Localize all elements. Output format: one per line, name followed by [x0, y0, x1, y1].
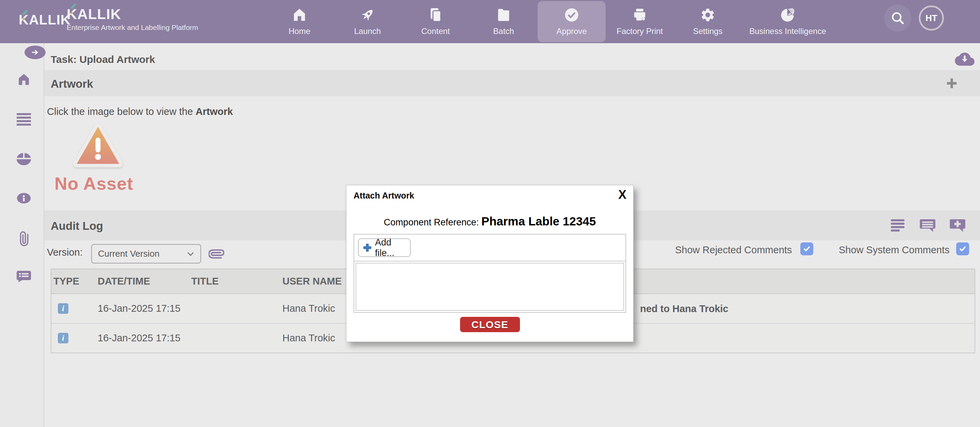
close-button[interactable]: CLOSE [460, 317, 520, 332]
chevron-down-icon [186, 249, 195, 259]
no-asset-placeholder[interactable]: No Asset [54, 121, 150, 194]
main-nav: Home Launch Content Batch Approve Factor… [266, 0, 834, 43]
attach-artwork-dialog: Attach Artwork X Component Reference: Ph… [346, 185, 633, 342]
nav-item-factory-print[interactable]: Factory Print [606, 0, 674, 43]
nav-item-business-intelligence[interactable]: Business Intelligence [742, 0, 834, 43]
cell-datetime: 16-Jan-2025 17:15 [95, 332, 189, 344]
comment-plus-icon [950, 217, 966, 233]
artwork-section-header: Artwork [44, 70, 980, 96]
artwork-instruction: Click the image below to view the Artwor… [47, 106, 233, 117]
documents-icon [428, 7, 443, 23]
sidebar-item-attachments[interactable] [17, 230, 31, 247]
add-artwork-button[interactable] [945, 76, 959, 90]
brand-logo-small: KALLIK [19, 12, 71, 27]
nav-item-approve[interactable]: Approve [538, 1, 606, 42]
home-icon [292, 7, 307, 23]
page-title: Task: Upload Artwork [51, 54, 155, 65]
artwork-section-title: Artwork [51, 78, 93, 90]
file-upload-toolbar: Add file... [354, 235, 625, 262]
user-avatar[interactable]: HT [919, 5, 944, 30]
left-sidebar [0, 43, 44, 427]
add-file-button[interactable]: Add file... [358, 238, 411, 257]
sidebar-item-comments[interactable] [16, 269, 32, 284]
folder-icon [496, 7, 511, 23]
gear-icon [700, 7, 716, 23]
add-comment-button[interactable] [950, 217, 966, 233]
column-header-type[interactable]: TYPE [51, 276, 95, 287]
no-asset-label: No Asset [54, 173, 150, 194]
file-list-area [356, 263, 624, 311]
show-rejected-comments-label: Show Rejected Comments [675, 244, 792, 256]
description-fragment: ned to Hana Trokic [640, 303, 728, 314]
nav-item-batch[interactable]: Batch [469, 0, 538, 43]
version-label: Version: [47, 247, 83, 258]
show-system-comments-label: Show System Comments [839, 244, 950, 256]
cloud-download-icon [955, 51, 975, 67]
cell-datetime: 16-Jan-2025 17:15 [95, 303, 189, 314]
arrow-right-icon [30, 48, 40, 57]
nav-item-home[interactable]: Home [266, 0, 334, 43]
plus-icon [945, 76, 959, 90]
brand-logo-large: KALLIK Enterprise Artwork and Labelling … [67, 6, 198, 32]
column-header-title[interactable]: TITLE [189, 276, 280, 287]
version-attachment-button[interactable] [208, 246, 224, 262]
comment-icon [16, 269, 32, 284]
show-rejected-comments-checkbox[interactable] [800, 242, 813, 255]
sidebar-item-segments[interactable] [15, 151, 33, 167]
sidebar-item-menu[interactable] [16, 112, 32, 126]
pie-chart-icon [780, 7, 795, 23]
component-reference: Component Reference: Pharma Lable 12345 [347, 214, 633, 228]
menu-lines-icon [16, 112, 32, 126]
brand-tagline: Enterprise Artwork and Labelling Platfor… [67, 24, 198, 32]
file-upload-area: Add file... [353, 234, 626, 313]
audit-log-title: Audit Log [51, 220, 103, 233]
info-icon: i [58, 303, 68, 314]
paperclip-icon [208, 246, 224, 262]
search-button[interactable] [884, 5, 911, 32]
version-select[interactable]: Current Version [91, 244, 201, 264]
paperclip-icon [17, 230, 31, 247]
close-icon[interactable]: X [618, 187, 627, 202]
sidebar-expand-button[interactable] [24, 46, 46, 59]
view-comments-button[interactable] [920, 217, 936, 233]
nav-item-content[interactable]: Content [401, 0, 469, 43]
download-button[interactable] [955, 51, 975, 67]
info-icon: i [58, 333, 68, 343]
sidebar-item-info[interactable] [14, 191, 33, 205]
align-lines-icon [889, 217, 906, 233]
nav-item-settings[interactable]: Settings [674, 0, 742, 43]
column-header-datetime[interactable]: DATE/TIME [95, 276, 189, 287]
top-header: KALLIK KALLIK Enterprise Artwork and Lab… [0, 0, 980, 43]
show-system-comments-checkbox[interactable] [956, 242, 969, 255]
check-circle-icon [564, 7, 579, 23]
component-reference-value: Pharma Lable 12345 [482, 214, 596, 228]
check-icon [958, 244, 967, 253]
kallik-app: KALLIK KALLIK Enterprise Artwork and Lab… [0, 0, 980, 427]
home-icon [16, 72, 31, 87]
pie-icon [15, 151, 33, 167]
search-icon [890, 11, 905, 25]
check-icon [802, 244, 811, 253]
audit-details-button[interactable] [889, 217, 906, 233]
plus-icon [363, 243, 372, 252]
info-icon [14, 191, 33, 205]
nav-item-launch[interactable]: Launch [334, 0, 401, 43]
rocket-icon [360, 7, 375, 23]
dialog-title: Attach Artwork [353, 191, 414, 201]
sidebar-item-home[interactable] [16, 72, 31, 87]
warning-triangle-icon [71, 121, 125, 172]
comment-lines-icon [920, 217, 936, 233]
component-reference-label: Component Reference: [384, 217, 482, 227]
printer-icon [632, 7, 648, 23]
